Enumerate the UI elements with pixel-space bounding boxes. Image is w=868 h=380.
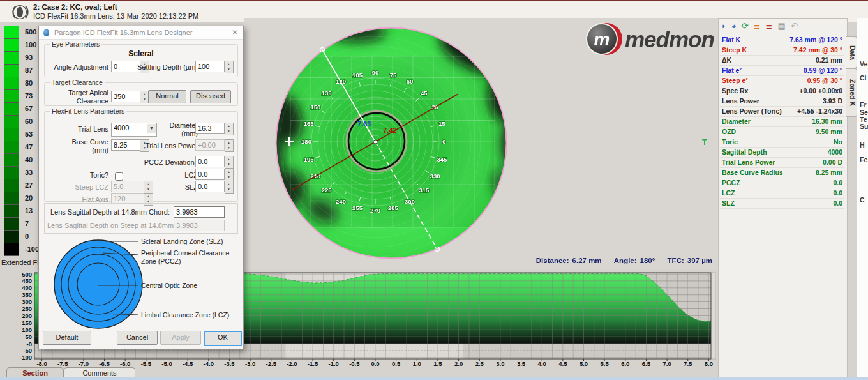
base-curve-stepper[interactable]: ▴▾ [111, 139, 149, 151]
data-row-spec-rx[interactable]: Spec Rx+0.00 +0.00x0 [720, 86, 844, 96]
data-row-ozd[interactable]: OZD9.50 mm [720, 127, 844, 137]
list-summary-icon[interactable]: ≣ [754, 21, 761, 31]
data-row-sagittal-depth[interactable]: Sagittal Depth4000 [720, 148, 844, 158]
undo-icon[interactable]: ↶ [791, 21, 798, 31]
stepper-arrows[interactable]: ▴▾ [225, 169, 234, 181]
diseased-button[interactable]: Diseased [190, 90, 231, 103]
stepper-arrows[interactable]: ▴▾ [225, 156, 234, 169]
x-tick-label: -8.0 [36, 360, 47, 367]
x-tick-label: -5.5 [141, 360, 152, 367]
target-apical-input[interactable] [111, 91, 140, 102]
base-curve-label: Base Curve (mm) [57, 138, 108, 154]
data-panel: ◗◕⟳≣≣▦↶ Flat K7.63 mm @ 120 °Steep K7.42… [718, 18, 848, 380]
settling-depth-input[interactable] [195, 61, 225, 72]
clipped-text-fragment: Ve [860, 60, 867, 68]
lcz-input[interactable] [195, 169, 225, 180]
data-row-steep-e[interactable]: Steep e²0.95 @ 30 ° [720, 76, 844, 86]
ok-button[interactable]: OK [204, 331, 242, 346]
scale-value: 7 [25, 220, 29, 227]
data-row-diameter[interactable]: Diameter16.30 mm [720, 117, 844, 127]
meridian-end-handle[interactable] [435, 247, 440, 252]
row-label: Diameter [722, 117, 751, 126]
lcz-stepper[interactable]: ▴▾ [195, 169, 234, 180]
data-row-trial-lens-power[interactable]: Trial Lens Power0.00 D [720, 158, 844, 168]
angle-label: 45 [421, 89, 428, 96]
diameter-input[interactable] [195, 123, 225, 134]
x-tick-label: 3.5 [517, 360, 526, 367]
row-value: 0.0 [833, 199, 842, 208]
tab-data[interactable]: Data [846, 36, 857, 68]
slz-input[interactable] [195, 181, 225, 192]
stepper-arrows[interactable]: ▴▾ [225, 123, 234, 135]
eye-parameters-label: Eye Parameters [50, 40, 101, 48]
map-center-dot[interactable] [373, 140, 377, 144]
meridian-end-handle[interactable] [320, 48, 325, 52]
normal-button[interactable]: Normal [148, 90, 186, 103]
data-row-slz[interactable]: SLZ0.0 [720, 199, 844, 209]
chevron-down-icon[interactable]: ▼ [147, 124, 156, 133]
sag-depth-input[interactable] [174, 206, 225, 218]
lens-mode-label: Scleral [45, 49, 237, 58]
scale-entry: 53 [4, 128, 42, 141]
scale-entry: 0 [4, 230, 42, 243]
base-curve-input[interactable] [111, 139, 140, 151]
default-button[interactable]: Default [43, 331, 91, 345]
data-row-steep-k[interactable]: Steep K7.42 mm @ 30 ° [720, 45, 844, 56]
scale-value: 20 [25, 194, 33, 202]
diameter-stepper[interactable]: ▴▾ [195, 123, 234, 134]
row-label: PCCZ [722, 178, 740, 188]
angle-adjustment-input[interactable] [111, 61, 140, 72]
list-export-icon[interactable]: ≣ [766, 21, 773, 31]
scale-swatch [4, 51, 19, 65]
save-icon[interactable]: ▦ [777, 21, 785, 31]
trial-lens-value: 4000 [114, 124, 129, 132]
lens-designer-dialog[interactable]: Paragon ICD FlexFit 16.3mm Lens Designer… [38, 26, 244, 349]
row-label: SLZ [722, 199, 735, 208]
clipped-text-fragment: Fe [860, 156, 867, 163]
lens-profile-icon[interactable]: ◗ [721, 21, 726, 31]
distance-value: 6.27 mm [572, 257, 602, 264]
x-tick-label: 5.5 [601, 360, 610, 367]
data-row-k[interactable]: ΔK0.21 mm [720, 56, 844, 66]
data-row-lens-power[interactable]: Lens Power3.93 D [720, 96, 844, 107]
toric-checkbox[interactable] [115, 172, 123, 181]
x-tick-label: -2.5 [266, 360, 277, 367]
cancel-button[interactable]: Cancel [117, 331, 158, 345]
scale-entry: 33 [4, 166, 42, 179]
data-row-flat-e[interactable]: Flat e²0.59 @ 120 ° [720, 66, 844, 76]
data-row-toric[interactable]: ToricNo [720, 137, 844, 148]
trial-lens-select[interactable]: 4000▼ [111, 123, 157, 137]
stepper-arrows[interactable]: ▴▾ [225, 61, 234, 73]
scale-value: 13 [25, 207, 33, 215]
diameter-label: Diameter (mm) [160, 121, 198, 137]
scale-value: 500 [25, 28, 36, 36]
lens-overlay-icon[interactable]: ◕ [731, 21, 737, 31]
data-row-base-curve-radius[interactable]: Base Curve Radius8.25 mm [720, 168, 844, 178]
data-row-lens-power-toric[interactable]: Lens Power (Toric)+4.55 -1.24x30 [720, 107, 844, 117]
data-row-pccz[interactable]: PCCZ0.0 [720, 178, 844, 188]
row-value: 0.21 mm [816, 56, 842, 65]
close-icon[interactable]: ✕ [232, 28, 238, 37]
settling-depth-stepper[interactable]: ▴▾ [195, 61, 234, 72]
y-tick-label: -0 [27, 340, 32, 347]
eye-icon [10, 4, 29, 22]
angle-value: 180° [640, 257, 655, 264]
pccz-deviations-stepper[interactable]: ▴▾ [195, 156, 234, 167]
data-row-flat-k[interactable]: Flat K7.63 mm @ 120 ° [720, 35, 844, 45]
x-tick-label: 3.0 [496, 360, 504, 367]
stepper-arrows[interactable]: ▴▾ [225, 181, 234, 194]
dialog-titlebar[interactable]: Paragon ICD FlexFit 16.3mm Lens Designer… [39, 26, 243, 40]
data-row-lcz[interactable]: LCZ0.0 [720, 188, 844, 199]
slz-stepper[interactable]: ▴▾ [195, 181, 234, 192]
refresh-icon[interactable]: ⟳ [742, 21, 749, 31]
scale-swatch [4, 89, 19, 103]
distance-label: Distance: [536, 257, 569, 264]
row-value: 3.93 D [823, 96, 842, 106]
scale-value: 60 [25, 118, 33, 125]
target-apical-stepper[interactable]: ▴▾ [111, 91, 149, 102]
pccz-deviations-input[interactable] [195, 156, 225, 167]
tfc-label: TFC: [668, 257, 684, 264]
tab-zoned-k[interactable]: Zoned K [846, 68, 857, 117]
stepper-arrows: ▴▾ [144, 181, 153, 194]
flexfit-parameters-label: FlexFit Lens Parameters [50, 107, 126, 115]
